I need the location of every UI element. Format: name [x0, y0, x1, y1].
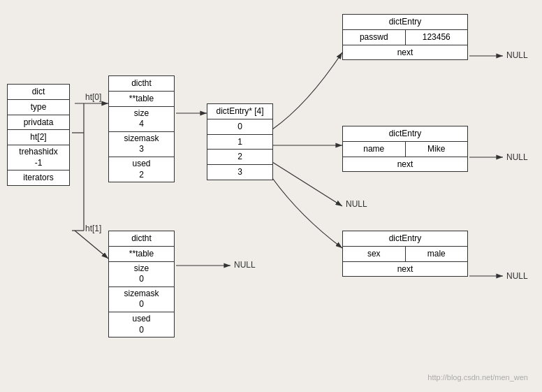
null-label-1: NULL	[506, 50, 528, 60]
dict-iterators: iterators	[8, 170, 69, 185]
dictentry-array-3: 3	[207, 165, 272, 180]
dictentry2-key: name	[343, 142, 405, 157]
null-label-2: NULL	[506, 152, 528, 162]
svg-line-5	[272, 162, 342, 206]
dictht0-sizemask: sizemask3	[109, 132, 174, 157]
ht1-label: ht[1]	[85, 224, 101, 233]
dictentry2-box: dictEntry name Mike next	[342, 126, 468, 172]
dict-privdata: privdata	[8, 115, 69, 131]
watermark: http://blog.csdn.net/men_wen	[427, 373, 528, 382]
dictht1-box: dictht **table size0 sizemask0 used0	[108, 231, 175, 337]
dict-rehashidx: trehashidx-1	[8, 145, 69, 170]
dictht0-size: size4	[109, 107, 174, 132]
dict-box: dict type privdata ht[2] trehashidx-1 it…	[7, 84, 70, 186]
dictht0-box: dictht **table size4 sizemask3 used2	[108, 75, 175, 182]
null-label-3: NULL	[346, 199, 367, 209]
dictht1-used: used0	[109, 312, 174, 337]
null-label-4: NULL	[506, 271, 528, 281]
dictentry-array-box: dictEntry* [4] 0 1 2 3	[207, 103, 273, 180]
dictht0-used: used2	[109, 157, 174, 182]
diagram: dict type privdata ht[2] trehashidx-1 it…	[0, 0, 542, 392]
dict-ht2: ht[2]	[8, 130, 69, 145]
dictentry-array-title: dictEntry* [4]	[207, 104, 272, 119]
dictentry3-next: next	[343, 262, 467, 277]
ht0-label: ht[0]	[85, 92, 101, 102]
dictentry1-value: 123456	[405, 30, 468, 45]
dictht0-table: **table	[109, 92, 174, 107]
dictht0-title: dictht	[109, 76, 174, 92]
dictht1-table: **table	[109, 247, 174, 262]
dictentry3-key: sex	[343, 247, 405, 261]
dict-type: type	[8, 100, 69, 115]
dictht1-sizemask: sizemask0	[109, 287, 174, 312]
dictentry3-value: male	[405, 247, 468, 261]
dictentry3-box: dictEntry sex male next	[342, 231, 468, 277]
dictentry-array-0: 0	[207, 119, 272, 135]
dictentry1-box: dictEntry passwd 123456 next	[342, 14, 468, 60]
svg-line-2	[75, 231, 108, 259]
dictentry1-title: dictEntry	[343, 15, 467, 30]
dictentry-array-1: 1	[207, 135, 272, 150]
null-ht1: NULL	[234, 260, 256, 270]
dictht1-size: size0	[109, 262, 174, 287]
dictentry1-key: passwd	[343, 30, 405, 45]
dictentry-array-2: 2	[207, 150, 272, 165]
dict-label: dict	[8, 85, 69, 100]
dictht1-title: dictht	[109, 231, 174, 247]
dictentry1-next: next	[343, 45, 467, 60]
dictentry2-next: next	[343, 157, 467, 172]
dictentry2-value: Mike	[405, 142, 468, 157]
dictentry2-title: dictEntry	[343, 126, 467, 142]
dictentry3-title: dictEntry	[343, 231, 467, 247]
